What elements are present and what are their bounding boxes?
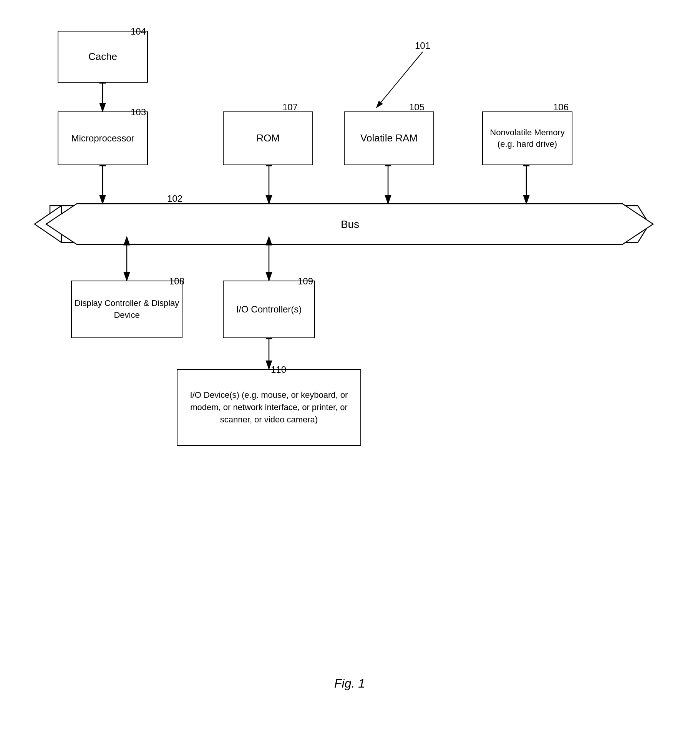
cache-box: Cache (58, 31, 148, 83)
cache-label: Cache (88, 50, 117, 63)
rom-box: ROM (223, 111, 313, 165)
microprocessor-ref: 103 (131, 107, 146, 118)
microprocessor-box: Microprocessor (58, 111, 148, 165)
figure-label: Fig. 1 (288, 676, 411, 691)
io-controllers-label: I/O Controller(s) (236, 303, 302, 315)
svg-text:102: 102 (167, 193, 182, 204)
io-devices-ref: 110 (271, 364, 286, 375)
io-devices-box: I/O Device(s) (e.g. mouse, or keyboard, … (177, 369, 361, 446)
display-controller-label: Display Controller & Display Device (72, 297, 182, 321)
volatile-ram-ref: 105 (409, 102, 425, 113)
display-controller-box: Display Controller & Display Device (71, 281, 182, 338)
svg-text:Bus: Bus (341, 218, 359, 230)
io-devices-label: I/O Device(s) (e.g. mouse, or keyboard, … (177, 389, 360, 426)
nonvolatile-memory-box: Nonvolatile Memory (e.g. hard drive) (482, 111, 572, 165)
cache-ref: 104 (131, 26, 146, 37)
io-controllers-box: I/O Controller(s) (223, 281, 315, 338)
io-controllers-ref: 109 (298, 276, 313, 287)
nonvolatile-memory-label: Nonvolatile Memory (e.g. hard drive) (483, 127, 572, 150)
volatile-ram-box: Volatile RAM (344, 111, 434, 165)
system-ref: 101 (415, 40, 430, 51)
svg-line-14 (377, 52, 423, 108)
svg-marker-2 (50, 206, 649, 243)
rom-ref: 107 (282, 102, 298, 113)
nonvolatile-memory-ref: 106 (553, 102, 569, 113)
rom-label: ROM (256, 132, 280, 145)
volatile-ram-label: Volatile RAM (360, 132, 418, 145)
microprocessor-label: Microprocessor (71, 132, 134, 144)
display-controller-ref: 108 (169, 276, 184, 287)
svg-marker-3 (35, 206, 61, 243)
